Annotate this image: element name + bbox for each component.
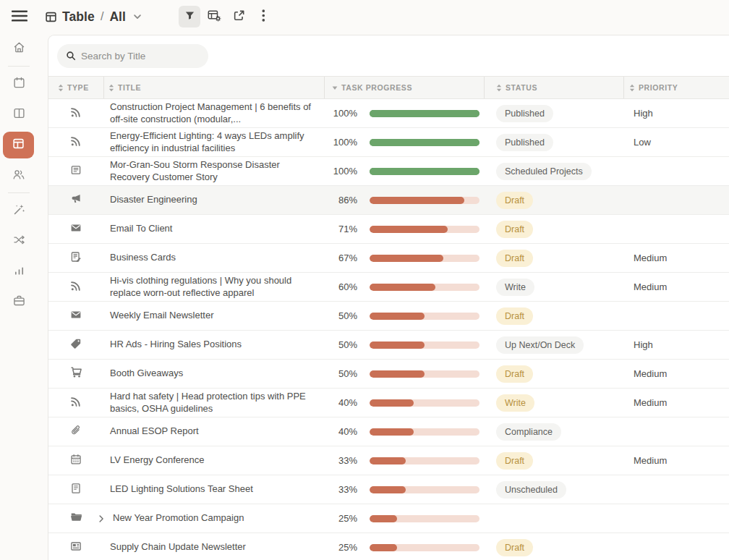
table-row[interactable]: Annual ESOP Report40%Compliance (48, 417, 729, 446)
status-cell: Draft (484, 244, 623, 272)
priority-cell[interactable]: High (623, 99, 729, 127)
table-row[interactable]: Hard hat safety | Head protection tips w… (48, 389, 729, 417)
calendar-icon (13, 77, 25, 91)
sidebar-item-automation[interactable] (0, 195, 38, 226)
status-badge[interactable]: Published (496, 134, 553, 151)
status-badge[interactable]: Published (496, 105, 553, 122)
table-row[interactable]: LED Lighting Solutions Tear Sheet33%Unsc… (48, 475, 729, 504)
share-button[interactable] (228, 6, 250, 27)
search-icon (66, 51, 76, 61)
table-row[interactable]: Email To Client71%Draft (48, 215, 729, 244)
item-title[interactable]: Mor-Gran-Sou Storm Response Disaster Rec… (110, 159, 314, 183)
search-input[interactable] (81, 51, 200, 61)
table-row[interactable]: LV Energy Conference33%DraftMedium (48, 446, 729, 475)
item-title[interactable]: Booth Giveaways (110, 368, 183, 379)
priority-cell[interactable]: Medium (623, 389, 729, 417)
item-title[interactable]: Energy-Efficient Lighting: 4 ways LEDs a… (110, 130, 314, 154)
status-badge[interactable]: Draft (496, 307, 533, 325)
item-title[interactable]: Email To Client (110, 223, 172, 234)
priority-value[interactable]: Medium (634, 397, 667, 408)
priority-value[interactable]: High (634, 339, 653, 350)
saved-view-name[interactable]: All (109, 9, 126, 25)
columns-icon (13, 107, 25, 122)
main-panel: TYPETITLETASK PROGRESSSTATUSPRIORITY Con… (48, 35, 729, 560)
wand-icon (13, 203, 25, 218)
priority-value[interactable]: Medium (634, 253, 667, 263)
item-title[interactable]: HR Ads - Hiring Sales Positions (110, 339, 242, 350)
status-cell: Published (484, 128, 623, 156)
table-row[interactable]: Weekly Email Newsletter50%Draft (48, 302, 729, 331)
status-badge[interactable]: Draft (496, 250, 533, 267)
priority-cell[interactable]: Medium (623, 273, 729, 301)
sidebar-item-workflow[interactable] (0, 226, 38, 256)
view-title[interactable]: Table / All (45, 9, 142, 25)
task-progress-cell: 50% (324, 302, 484, 330)
item-title[interactable]: New Year Promotion Campaign (113, 512, 244, 524)
title-cell: LED Lighting Solutions Tear Sheet (103, 475, 324, 504)
item-title[interactable]: Hi-vis clothing regulations | Why you sh… (110, 275, 314, 299)
priority-value[interactable]: High (634, 108, 653, 119)
hamburger-menu-icon[interactable] (6, 4, 33, 29)
status-badge[interactable]: Write (496, 394, 534, 412)
sidebar-item-board[interactable] (0, 99, 38, 130)
table-row[interactable]: Energy-Efficient Lighting: 4 ways LEDs a… (48, 128, 729, 157)
status-badge[interactable]: Draft (496, 539, 533, 556)
priority-value[interactable]: Low (634, 137, 651, 148)
search-box[interactable] (57, 44, 208, 68)
item-title[interactable]: Supply Chain Update Newsletter (110, 541, 246, 553)
status-badge[interactable]: Draft (496, 192, 533, 209)
more-button[interactable] (252, 6, 274, 27)
status-badge[interactable]: Unscheduled (496, 481, 566, 499)
table-row[interactable]: Booth Giveaways50%DraftMedium (48, 360, 729, 389)
priority-cell (623, 215, 729, 243)
progress-percent: 25% (328, 513, 357, 524)
table-row[interactable]: Supply Chain Update Newsletter25%Draft (48, 533, 729, 560)
item-title[interactable]: Construction Project Management | 6 bene… (110, 101, 314, 125)
priority-cell[interactable]: Medium (623, 244, 729, 272)
priority-cell[interactable]: Medium (623, 446, 729, 475)
item-title[interactable]: Disaster Engineering (110, 194, 197, 205)
sidebar-item-work[interactable] (0, 287, 38, 317)
sidebar-item-calendar[interactable] (0, 69, 38, 99)
sidebar-item-team[interactable] (0, 160, 38, 190)
filter-button[interactable] (179, 6, 200, 27)
status-badge[interactable]: Up Next/On Deck (496, 336, 584, 354)
column-header-priority[interactable]: PRIORITY (623, 77, 729, 98)
column-header-type[interactable]: TYPE (48, 77, 103, 98)
priority-value[interactable]: Medium (634, 368, 667, 379)
status-badge[interactable]: Draft (496, 452, 533, 470)
item-title[interactable]: Hard hat safety | Head protection tips w… (110, 391, 314, 415)
column-header-title[interactable]: TITLE (103, 77, 324, 98)
chevron-down-icon[interactable] (132, 12, 142, 22)
priority-cell[interactable]: Low (623, 128, 729, 156)
sidebar-item-analytics[interactable] (0, 256, 38, 287)
column-header-task-progress[interactable]: TASK PROGRESS (324, 77, 484, 98)
item-title[interactable]: LV Energy Conference (110, 454, 205, 466)
sidebar-item-table[interactable] (3, 132, 34, 158)
priority-cell[interactable]: Medium (623, 360, 729, 388)
status-badge[interactable]: Draft (496, 365, 533, 383)
table-row[interactable]: Construction Project Management | 6 bene… (48, 99, 729, 128)
status-badge[interactable]: Write (496, 279, 534, 296)
table-row[interactable]: Business Cards67%DraftMedium (48, 244, 729, 273)
status-badge[interactable]: Compliance (496, 423, 561, 441)
item-title[interactable]: Annual ESOP Report (110, 425, 199, 437)
sidebar-item-home[interactable] (0, 33, 38, 64)
table-row[interactable]: New Year Promotion Campaign25% (48, 504, 729, 533)
table-row[interactable]: HR Ads - Hiring Sales Positions50%Up Nex… (48, 331, 729, 360)
status-badge[interactable]: Draft (496, 221, 533, 238)
table-row[interactable]: Hi-vis clothing regulations | Why you sh… (48, 273, 729, 302)
progress-percent: 71% (328, 224, 357, 234)
column-header-status[interactable]: STATUS (484, 77, 623, 98)
item-title[interactable]: Business Cards (110, 252, 176, 263)
table-settings-button[interactable] (203, 6, 225, 27)
priority-value[interactable]: Medium (634, 281, 667, 292)
item-title[interactable]: Weekly Email Newsletter (110, 310, 214, 321)
table-row[interactable]: Disaster Engineering86%Draft (48, 186, 729, 215)
priority-value[interactable]: Medium (634, 455, 667, 466)
expand-chevron-icon[interactable] (97, 514, 106, 523)
status-badge[interactable]: Scheduled Projects (496, 163, 592, 180)
table-row[interactable]: Mor-Gran-Sou Storm Response Disaster Rec… (48, 157, 729, 186)
item-title[interactable]: LED Lighting Solutions Tear Sheet (110, 483, 253, 495)
priority-cell[interactable]: High (623, 331, 729, 359)
